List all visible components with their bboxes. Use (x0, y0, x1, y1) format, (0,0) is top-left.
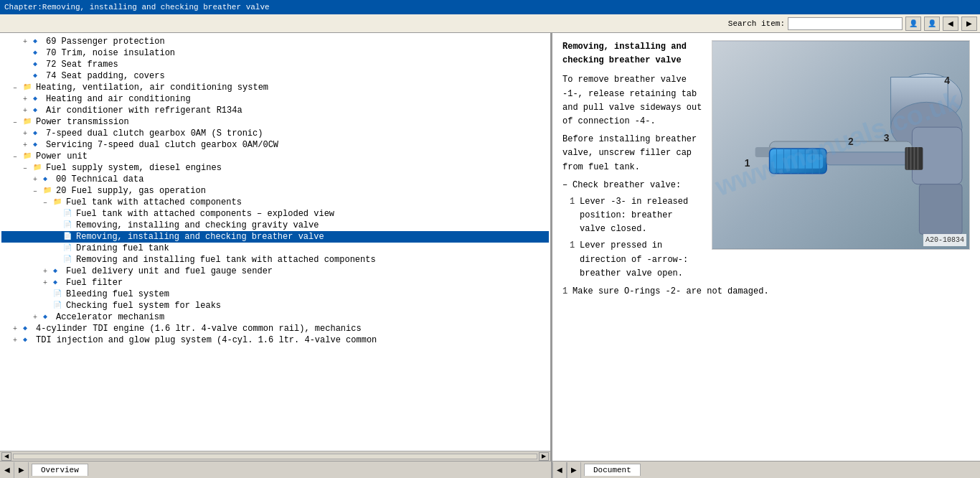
doc-icon: 📄 (63, 232, 75, 242)
tree-item[interactable]: ◆ 74 Seat padding, covers (1, 70, 549, 82)
book-icon: 📁 (23, 151, 34, 161)
diamond-icon: ◆ (53, 278, 65, 288)
diamond-icon: ◆ (33, 140, 44, 150)
tree-item-label: 20 Fuel supply, gas operation (56, 186, 206, 196)
tree-item[interactable]: + ◆ TDI injection and glow plug system (… (1, 334, 549, 346)
diamond-icon: ◆ (23, 324, 34, 334)
status-bar: ◀ ▶ Overview ◀ ▶ Document (0, 461, 980, 478)
tree-item[interactable]: ◆ 72 Seat frames (1, 59, 549, 70)
doc-numbered-1: 1 Lever -3- in released position: breath… (570, 195, 703, 237)
tree-item[interactable]: – 📁 Power unit (1, 151, 549, 162)
tree-item[interactable]: + ◆ Servicing 7-speed dual clutch gearbo… (1, 139, 549, 151)
tree-item[interactable]: + ◆ Air conditioner with refrigerant R13… (1, 105, 549, 116)
book-icon: 📁 (23, 117, 34, 127)
expander-icon: + (13, 325, 23, 333)
diamond-icon: ◆ (33, 48, 44, 58)
title-text: Chapter:Removing, installing and checkin… (4, 3, 270, 11)
search-label: Search item: (728, 19, 785, 28)
expander-icon: + (23, 38, 33, 46)
user-icon-1[interactable]: 👤 (905, 17, 921, 31)
right-panel: 1 2 3 4 www.manuals.co.uk A20-10834 Remo… (552, 33, 980, 461)
expander-icon: + (33, 314, 43, 322)
tree-item[interactable]: – 📁 Heating, ventilation, air conditioni… (1, 82, 549, 93)
tree-item[interactable]: 📄 Bleeding fuel system (1, 289, 549, 300)
tree-item[interactable]: – 📁 Fuel tank with attached components (1, 197, 549, 208)
tree-item[interactable]: + ◆ Heating and air conditioning (1, 93, 549, 105)
status-nav-right-2[interactable]: ▶ (567, 462, 581, 478)
status-nav-left[interactable]: ◀ (0, 462, 14, 478)
tree-item-label: 72 Seat frames (46, 60, 118, 70)
tree-item[interactable]: + ◆ 4-cylinder TDI engine (1.6 ltr. 4-va… (1, 323, 549, 334)
scroll-right-btn[interactable]: ▶ (539, 452, 549, 461)
tree-item-label: Heating and air conditioning (46, 94, 191, 104)
tree-item[interactable]: 📄 Removing, installing and checking grav… (1, 220, 549, 231)
tree-item[interactable]: – 📁 20 Fuel supply, gas operation (1, 185, 549, 197)
expander-icon: + (23, 107, 33, 115)
tree-item-label: Fuel tank with attached components – exp… (76, 209, 334, 219)
tree-item[interactable]: ◆ 70 Trim, noise insulation (1, 47, 549, 59)
tree-item[interactable]: 📄 Checking fuel system for leaks (1, 300, 549, 311)
document-image-container: 1 2 3 4 www.manuals.co.uk A20-10834 (712, 40, 970, 250)
tree-item[interactable]: + ◆ 00 Technical data (1, 174, 549, 185)
expander-icon: + (23, 141, 33, 149)
item-num: 1 (570, 239, 580, 281)
tree-item[interactable]: + ◆ Accelerator mechanism (1, 311, 549, 323)
doc-icon: 📄 (53, 301, 65, 311)
tree-item-label: Fuel filter (66, 278, 123, 288)
tree-item[interactable]: 📄 Removing and installing fuel tank with… (1, 254, 549, 266)
tree-item-label: 74 Seat padding, covers (46, 71, 165, 81)
diamond-icon: ◆ (43, 174, 55, 184)
search-input[interactable] (788, 17, 903, 30)
selected-tree-item[interactable]: 📄 Removing, installing and checking brea… (1, 231, 549, 243)
doc-icon: 📄 (63, 255, 75, 265)
user-icon-2[interactable]: 👤 (924, 17, 940, 31)
doc-numbered-2: 1 Lever pressed in direction of -arrow-:… (570, 239, 703, 281)
doc-icon: 📄 (63, 209, 75, 219)
bullet-dash: – (562, 179, 573, 192)
item-text: Lever -3- in released position: breather… (580, 195, 703, 237)
diamond-icon: ◆ (53, 266, 65, 276)
tree-item-label: Removing, installing and checking gravit… (76, 220, 319, 230)
overview-tab[interactable]: Overview (32, 464, 88, 476)
bullet-text: Check breather valve: (573, 179, 681, 192)
doc-bullet-1: – Check breather valve: (562, 179, 703, 192)
status-nav-right[interactable]: ▶ (14, 462, 29, 478)
tree-item[interactable]: 📄 Fuel tank with attached components – e… (1, 208, 549, 220)
tree-item[interactable]: – 📁 Power transmission (1, 116, 549, 128)
status-nav-left-2[interactable]: ◀ (552, 462, 567, 478)
tree-item-label: Power transmission (36, 117, 129, 127)
tree-item[interactable]: + ◆ 69 Passenger protection (1, 36, 549, 47)
scroll-left-btn[interactable]: ◀ (1, 452, 11, 461)
tree-item[interactable]: + ◆ 7-speed dual clutch gearbox 0AM (S t… (1, 128, 549, 139)
tree-item-label: Air conditioner with refrigerant R134a (46, 106, 242, 116)
book-icon: 📁 (53, 197, 65, 207)
diamond-icon: ◆ (33, 128, 44, 139)
doc-icon: 📄 (63, 243, 75, 253)
diamond-icon: ◆ (33, 37, 44, 47)
expander-icon: – (33, 187, 43, 195)
diamond-icon: ◆ (33, 71, 44, 81)
tree-item[interactable]: 📄 Draining fuel tank (1, 243, 549, 254)
expander-icon: – (43, 199, 53, 207)
doc-title-text: Removing, installing andchecking breathe… (562, 42, 687, 65)
tree-item-label: Bleeding fuel system (66, 289, 169, 299)
svg-rect-5 (919, 184, 962, 235)
document-tab[interactable]: Document (584, 464, 641, 476)
tree-item[interactable]: – 📁 Fuel supply system, diesel engines (1, 162, 549, 174)
item-text: Make sure O-rings -2- are not damaged. (573, 285, 769, 299)
h-scrollbar[interactable]: ◀ ▶ (0, 451, 550, 461)
expander-icon: + (43, 279, 53, 287)
item-num: 1 (570, 195, 580, 237)
expander-icon: – (13, 84, 23, 92)
diamond-icon: ◆ (33, 60, 44, 70)
tree-item-label: Servicing 7-speed dual clutch gearbox 0A… (46, 140, 278, 150)
tree-item-label: Fuel tank with attached components (66, 197, 242, 207)
nav-prev-btn[interactable]: ◀ (943, 17, 958, 31)
tree-container[interactable]: + ◆ 69 Passenger protection ◆ 70 Trim, n… (0, 33, 550, 451)
scroll-track (13, 454, 537, 459)
tree-item-label: 00 Technical data (56, 174, 143, 184)
expander-icon: + (33, 176, 43, 184)
tree-item[interactable]: + ◆ Fuel filter (1, 277, 549, 289)
nav-next-btn[interactable]: ▶ (961, 17, 977, 31)
tree-item[interactable]: + ◆ Fuel delivery unit and fuel gauge se… (1, 266, 549, 277)
